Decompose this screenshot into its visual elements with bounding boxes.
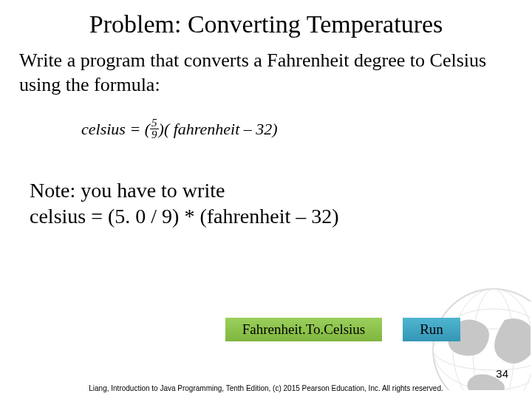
note-line-1: Note: you have to write — [30, 177, 513, 203]
page-number: 34 — [496, 367, 508, 380]
formula-fraction: 59 — [150, 117, 159, 140]
formula-lhs: celsius — [81, 120, 126, 138]
button-row: Fahrenheit.To.Celsius Run — [225, 318, 460, 341]
problem-statement: Write a program that converts a Fahrenhe… — [0, 44, 532, 97]
copyright-footer: Liang, Introduction to Java Programming,… — [0, 384, 532, 393]
formula-tail: – 32) — [239, 120, 277, 138]
formula: celsius = (59)( fahrenheit – 32) — [0, 97, 532, 142]
formula-eq: = ( — [126, 120, 150, 138]
note-line-2: celsius = (5. 0 / 9) * (fahrenheit – 32) — [30, 203, 513, 229]
note-block: Note: you have to write celsius = (5. 0 … — [0, 142, 532, 229]
slide: Problem: Converting Temperatures Write a… — [0, 0, 532, 399]
formula-rhs-var: fahrenheit — [174, 120, 240, 138]
svg-point-5 — [453, 289, 531, 390]
formula-denominator: 9 — [150, 129, 159, 140]
slide-title: Problem: Converting Temperatures — [0, 0, 532, 44]
run-button[interactable]: Run — [403, 318, 460, 341]
file-button[interactable]: Fahrenheit.To.Celsius — [225, 318, 382, 341]
formula-mid: )( — [159, 120, 174, 138]
formula-numerator: 5 — [150, 117, 159, 129]
